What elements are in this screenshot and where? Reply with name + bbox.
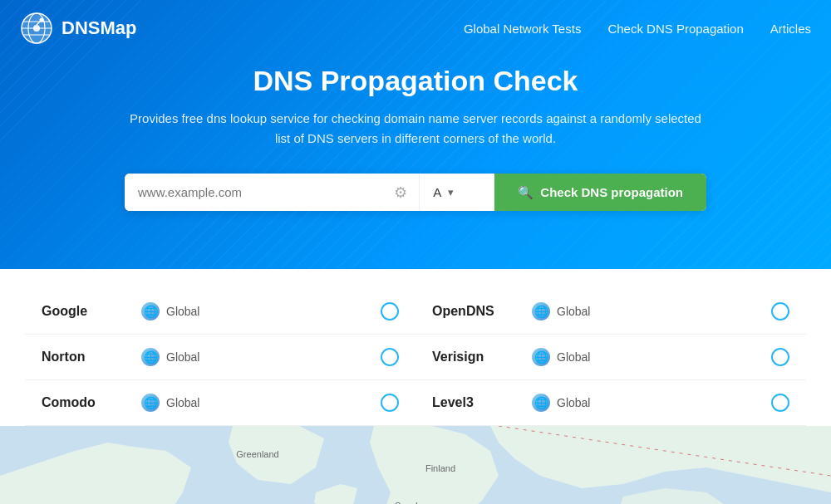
nav-global-network[interactable]: Global Network Tests (464, 22, 581, 36)
nav-articles[interactable]: Articles (770, 22, 811, 36)
map-section: Greenland Iceland Finland Sweden (0, 426, 831, 504)
check-dns-button[interactable]: 🔍 Check DNS propagation (494, 174, 706, 211)
world-map: Greenland Iceland Finland Sweden (0, 426, 831, 504)
hero-content: DNS Propagation Check Provides free dns … (0, 56, 831, 236)
nav-links: Global Network Tests Check DNS Propagati… (464, 22, 811, 36)
logo-text: DNSMap (61, 17, 136, 39)
navbar: DNSMap Global Network Tests Check DNS Pr… (0, 0, 831, 56)
dns-name: OpenDNS (432, 304, 532, 319)
globe-icon: 🌐 (532, 348, 550, 366)
dns-row: OpenDNS 🌐 Global (416, 289, 806, 335)
record-type-select[interactable]: A ▾ (420, 174, 494, 211)
dns-row: Norton 🌐 Global (25, 335, 416, 380)
globe-icon: 🌐 (532, 302, 550, 321)
svg-point-7 (40, 18, 44, 22)
record-type-value: A (433, 185, 441, 199)
search-bar: ⚙ A ▾ 🔍 Check DNS propagation (125, 174, 706, 211)
dns-region: 🌐 Global (141, 302, 381, 321)
dns-status-indicator (771, 302, 789, 321)
dns-region: 🌐 Global (532, 302, 771, 321)
dns-row: Verisign 🌐 Global (416, 335, 806, 380)
finland-label: Finland (425, 463, 455, 473)
dns-name: Level3 (432, 395, 532, 410)
dns-row: Comodo 🌐 Global (25, 380, 416, 426)
domain-input[interactable] (125, 174, 382, 211)
greenland-label: Greenland (236, 449, 278, 459)
dns-region: 🌐 Global (532, 394, 771, 412)
globe-icon: 🌐 (141, 348, 160, 366)
dns-servers-section: Google 🌐 Global OpenDNS 🌐 Global Norton … (0, 269, 831, 426)
logo-icon (20, 12, 53, 45)
dns-status-indicator (771, 348, 789, 366)
globe-icon: 🌐 (141, 394, 160, 412)
dns-region: 🌐 Global (141, 394, 381, 412)
dns-region: 🌐 Global (532, 348, 771, 366)
dns-grid: Google 🌐 Global OpenDNS 🌐 Global Norton … (25, 289, 806, 426)
hero-subtitle: Provides free dns lookup service for che… (125, 109, 706, 149)
globe-icon: 🌐 (532, 394, 550, 412)
dns-row: Google 🌐 Global (25, 289, 416, 335)
page-title: DNS Propagation Check (17, 65, 814, 97)
dns-status-indicator (771, 394, 789, 412)
svg-point-5 (33, 25, 40, 32)
sweden-label: Sweden (395, 501, 428, 504)
logo-link[interactable]: DNSMap (20, 12, 136, 45)
dns-status-indicator (381, 348, 399, 366)
dns-status-indicator (381, 302, 399, 321)
globe-icon: 🌐 (141, 302, 160, 321)
dns-name: Comodo (42, 395, 141, 410)
check-search-icon: 🔍 (518, 185, 534, 200)
dns-status-indicator (381, 394, 399, 412)
dns-region: 🌐 Global (141, 348, 381, 366)
chevron-down-icon: ▾ (448, 186, 454, 198)
dns-name: Google (42, 304, 141, 319)
dns-name: Verisign (432, 350, 532, 365)
dns-name: Norton (42, 350, 141, 365)
gear-icon[interactable]: ⚙ (382, 174, 420, 211)
dns-row: Level3 🌐 Global (416, 380, 806, 426)
nav-check-dns[interactable]: Check DNS Propagation (607, 22, 743, 36)
